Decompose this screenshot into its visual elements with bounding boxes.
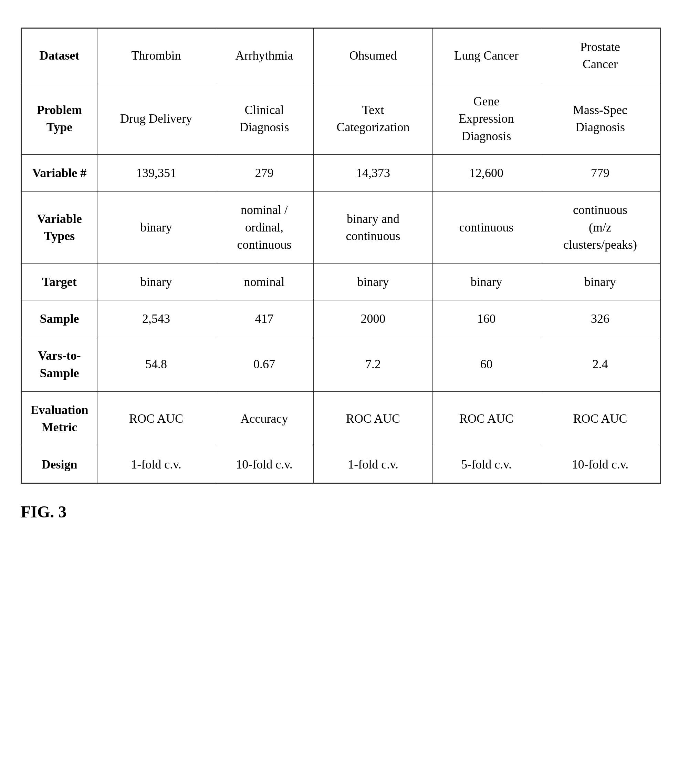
- cell-r1-c4: 779: [540, 154, 660, 191]
- cell-r1-c0: 139,351: [97, 154, 215, 191]
- cell-r6-c0: ROC AUC: [97, 392, 215, 446]
- cell-r4-c3: 160: [433, 300, 540, 337]
- header-thrombin: Thrombin: [97, 28, 215, 83]
- row-header-1: Variable #: [22, 154, 97, 191]
- row-header-5: Vars-to-Sample: [22, 337, 97, 392]
- header-arrhythmia: Arrhythmia: [215, 28, 314, 83]
- cell-r2-c2: binary andcontinuous: [314, 192, 433, 263]
- cell-r3-c4: binary: [540, 263, 660, 300]
- cell-r6-c3: ROC AUC: [433, 392, 540, 446]
- table-row: Variable #139,35127914,37312,600779: [22, 154, 660, 191]
- cell-r0-c0: Drug Delivery: [97, 83, 215, 154]
- table-row: Sample2,5434172000160326: [22, 300, 660, 337]
- header-ohsumed: Ohsumed: [314, 28, 433, 83]
- row-header-2: Variable Types: [22, 192, 97, 263]
- table-row: Variable Typesbinarynominal /ordinal,con…: [22, 192, 660, 263]
- cell-r5-c4: 2.4: [540, 337, 660, 392]
- header-dataset: Dataset: [22, 28, 97, 83]
- cell-r0-c4: Mass-SpecDiagnosis: [540, 83, 660, 154]
- header-prostate-cancer: ProstateCancer: [540, 28, 660, 83]
- cell-r5-c2: 7.2: [314, 337, 433, 392]
- cell-r7-c3: 5-fold c.v.: [433, 446, 540, 483]
- cell-r6-c4: ROC AUC: [540, 392, 660, 446]
- cell-r0-c3: GeneExpressionDiagnosis: [433, 83, 540, 154]
- cell-r1-c2: 14,373: [314, 154, 433, 191]
- cell-r6-c2: ROC AUC: [314, 392, 433, 446]
- data-table: Dataset Thrombin Arrhythmia Ohsumed Lung…: [22, 28, 660, 483]
- cell-r2-c3: continuous: [433, 192, 540, 263]
- cell-r0-c1: ClinicalDiagnosis: [215, 83, 314, 154]
- table-row: Design1-fold c.v.10-fold c.v.1-fold c.v.…: [22, 446, 660, 483]
- figure-label: FIG. 3: [21, 502, 679, 521]
- table-row: Targetbinarynominalbinarybinarybinary: [22, 263, 660, 300]
- cell-r3-c2: binary: [314, 263, 433, 300]
- cell-r4-c1: 417: [215, 300, 314, 337]
- cell-r5-c1: 0.67: [215, 337, 314, 392]
- header-lung-cancer: Lung Cancer: [433, 28, 540, 83]
- cell-r7-c2: 1-fold c.v.: [314, 446, 433, 483]
- table-row: Evaluation MetricROC AUCAccuracyROC AUCR…: [22, 392, 660, 446]
- cell-r2-c4: continuous(m/zclusters/peaks): [540, 192, 660, 263]
- cell-r4-c4: 326: [540, 300, 660, 337]
- header-row: Dataset Thrombin Arrhythmia Ohsumed Lung…: [22, 28, 660, 83]
- main-table-container: Dataset Thrombin Arrhythmia Ohsumed Lung…: [21, 28, 661, 484]
- cell-r3-c0: binary: [97, 263, 215, 300]
- cell-r7-c1: 10-fold c.v.: [215, 446, 314, 483]
- cell-r1-c1: 279: [215, 154, 314, 191]
- cell-r4-c0: 2,543: [97, 300, 215, 337]
- cell-r3-c1: nominal: [215, 263, 314, 300]
- row-header-3: Target: [22, 263, 97, 300]
- table-row: Problem TypeDrug DeliveryClinicalDiagnos…: [22, 83, 660, 154]
- cell-r7-c0: 1-fold c.v.: [97, 446, 215, 483]
- row-header-7: Design: [22, 446, 97, 483]
- cell-r7-c4: 10-fold c.v.: [540, 446, 660, 483]
- row-header-6: Evaluation Metric: [22, 392, 97, 446]
- cell-r4-c2: 2000: [314, 300, 433, 337]
- cell-r1-c3: 12,600: [433, 154, 540, 191]
- cell-r2-c0: binary: [97, 192, 215, 263]
- row-header-4: Sample: [22, 300, 97, 337]
- cell-r0-c2: TextCategorization: [314, 83, 433, 154]
- cell-r5-c3: 60: [433, 337, 540, 392]
- cell-r2-c1: nominal /ordinal,continuous: [215, 192, 314, 263]
- cell-r5-c0: 54.8: [97, 337, 215, 392]
- row-header-0: Problem Type: [22, 83, 97, 154]
- table-row: Vars-to-Sample54.80.677.2602.4: [22, 337, 660, 392]
- cell-r6-c1: Accuracy: [215, 392, 314, 446]
- cell-r3-c3: binary: [433, 263, 540, 300]
